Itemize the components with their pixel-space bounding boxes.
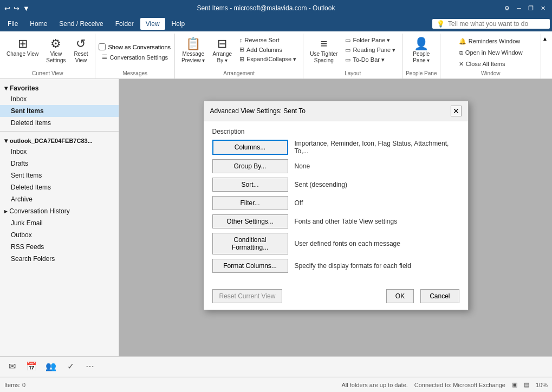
other-settings-button[interactable]: Other Settings... xyxy=(212,214,288,228)
view-toggle-list[interactable]: ▤ xyxy=(524,381,529,388)
change-view-button[interactable]: ⊞ Change View xyxy=(3,36,42,60)
group-by-value: None xyxy=(295,162,459,170)
dialog-row-sort: Sort... Sent (descending) xyxy=(212,178,459,192)
quick-access-toolbar: ↩ ↪ ▼ xyxy=(4,4,30,12)
people-pane-button[interactable]: 👤 PeoplePane ▾ xyxy=(410,36,433,66)
reading-pane-button[interactable]: ▭ Reading Pane ▾ xyxy=(342,45,399,55)
sidebar-item-outbox[interactable]: Outbox xyxy=(0,229,119,241)
quick-access-dropdown[interactable]: ▼ xyxy=(23,4,30,12)
calendar-toolbar-button[interactable]: 📅 xyxy=(24,359,39,374)
folder-pane-button[interactable]: ▭ Folder Pane ▾ xyxy=(342,36,399,45)
format-columns-button[interactable]: Format Columns... xyxy=(212,259,288,273)
reset-view-icon: ↺ xyxy=(76,38,86,50)
sidebar-item-search-folders[interactable]: Search Folders xyxy=(0,253,119,265)
conversation-settings-icon: ☰ xyxy=(102,54,107,61)
sidebar-item-junk[interactable]: Junk Email xyxy=(0,217,119,229)
layout-label: Layout xyxy=(307,69,399,79)
search-input[interactable] xyxy=(448,20,545,28)
folder-pane-icon: ▭ xyxy=(345,37,350,44)
sidebar-item-archive[interactable]: Archive xyxy=(0,193,119,205)
arrange-by-button[interactable]: ⊟ ArrangeBy ▾ xyxy=(209,36,235,66)
sidebar-item-favorites-deleted[interactable]: Deleted Items xyxy=(0,117,119,129)
sidebar-item-inbox[interactable]: Inbox xyxy=(0,146,119,158)
filter-button[interactable]: Filter... xyxy=(212,196,288,210)
sidebar-item-drafts[interactable]: Drafts xyxy=(0,158,119,169)
menu-home[interactable]: Home xyxy=(24,18,53,30)
close-button[interactable]: ✕ xyxy=(538,3,548,13)
show-conversations-checkbox[interactable]: Show as Conversations xyxy=(99,43,171,50)
conditional-formatting-value: User defined fonts on each message xyxy=(295,240,459,247)
reset-current-view-button[interactable]: Reset Current View xyxy=(212,289,283,303)
group-by-button[interactable]: Group By... xyxy=(212,159,288,173)
sidebar-item-favorites-sent[interactable]: Sent Items xyxy=(0,105,119,117)
settings-icon[interactable]: ⚙ xyxy=(502,3,512,13)
tighter-spacing-icon: ≡ xyxy=(320,38,327,50)
arrangement-label: Arrangement xyxy=(178,69,300,79)
dialog-close-button[interactable]: ✕ xyxy=(451,106,462,116)
more-toolbar-button[interactable]: ⋯ xyxy=(82,359,98,374)
dialog-row-group-by: Group By... None xyxy=(212,159,459,173)
menu-bar: File Home Send / Receive Folder View Hel… xyxy=(0,16,552,31)
view-toggle-compact[interactable]: ▣ xyxy=(512,381,517,388)
account-header[interactable]: ▾ outlook_DCA7E04FEB7C83... xyxy=(0,134,119,146)
filter-value: Off xyxy=(295,199,459,207)
reverse-sort-button[interactable]: ↕ Reverse Sort xyxy=(236,36,300,44)
menu-file[interactable]: File xyxy=(2,18,23,30)
ribbon-group-window: 🔔 Reminders Window ⧉ Open in New Window … xyxy=(440,34,541,79)
email-list-area: Advanced View Settings: Sent To ✕ Descri… xyxy=(119,79,552,356)
dialog-description-header: Description xyxy=(212,128,459,135)
menu-view[interactable]: View xyxy=(140,18,165,30)
dialog-row-other-settings: Other Settings... Fonts and other Table … xyxy=(212,214,459,228)
sidebar-item-conv-history[interactable]: ▸ Conversation History xyxy=(0,205,119,217)
redo-icon[interactable]: ↪ xyxy=(14,4,20,12)
more-icon: ⋯ xyxy=(86,361,94,371)
main-area: ▾ Favorites Inbox Sent Items Deleted Ite… xyxy=(0,79,552,356)
reminders-window-button[interactable]: 🔔 Reminders Window xyxy=(456,37,523,46)
people-toolbar-button[interactable]: 👥 xyxy=(43,359,59,374)
close-all-items-button[interactable]: ✕ Close All Items xyxy=(456,60,509,69)
todo-bar-button[interactable]: ▭ To-Do Bar ▾ xyxy=(342,55,399,64)
ok-button[interactable]: OK xyxy=(386,289,414,303)
messages-label: Messages xyxy=(99,69,171,79)
sidebar-item-deleted[interactable]: Deleted Items xyxy=(0,181,119,193)
sidebar-item-sent[interactable]: Sent Items xyxy=(0,169,119,181)
connection-status: Connected to: Microsoft Exchange xyxy=(414,382,505,388)
tighter-spacing-button[interactable]: ≡ Use TighterSpacing xyxy=(307,36,341,66)
view-settings-button[interactable]: ⚙ ViewSettings xyxy=(43,36,69,66)
tasks-toolbar-button[interactable]: ✓ xyxy=(63,359,78,374)
bottom-toolbar: ✉ 📅 👥 ✓ ⋯ xyxy=(0,356,552,376)
cancel-button[interactable]: Cancel xyxy=(420,289,459,303)
sidebar-item-favorites-inbox[interactable]: Inbox xyxy=(0,93,119,105)
view-settings-icon: ⚙ xyxy=(50,38,61,50)
calendar-icon: 📅 xyxy=(26,361,37,371)
ribbon-group-layout: ≡ Use TighterSpacing ▭ Folder Pane ▾ ▭ R… xyxy=(303,34,402,79)
tasks-icon: ✓ xyxy=(67,361,74,371)
columns-button[interactable]: Columns... xyxy=(212,140,288,155)
add-columns-button[interactable]: ⊞ Add Columns xyxy=(236,45,300,54)
title-bar: ↩ ↪ ▼ Sent Items - microsoft@malavida.co… xyxy=(0,0,552,16)
sidebar: ▾ Favorites Inbox Sent Items Deleted Ite… xyxy=(0,79,119,356)
conversation-settings-button[interactable]: ☰ Conversation Settings xyxy=(99,53,171,62)
expand-collapse-button[interactable]: ⊞ Expand/Collapse ▾ xyxy=(236,55,300,64)
sidebar-item-rss[interactable]: RSS Feeds xyxy=(0,241,119,253)
favorites-collapse-icon: ▾ xyxy=(4,84,8,92)
ribbon: ⊞ Change View ⚙ ViewSettings ↺ ResetView… xyxy=(0,31,552,79)
menu-help[interactable]: Help xyxy=(166,18,191,30)
menu-folder[interactable]: Folder xyxy=(110,18,139,30)
conditional-formatting-button[interactable]: Conditional Formatting... xyxy=(212,233,288,254)
mail-toolbar-button[interactable]: ✉ xyxy=(4,359,20,374)
favorites-header[interactable]: ▾ Favorites xyxy=(0,81,119,93)
restore-button[interactable]: ❒ xyxy=(526,3,536,13)
open-new-window-button[interactable]: ⧉ Open in New Window xyxy=(456,48,526,57)
sort-button[interactable]: Sort... xyxy=(212,178,288,192)
todo-bar-icon: ▭ xyxy=(345,56,350,63)
ribbon-collapse-icon: ▲ xyxy=(542,36,548,42)
arrange-by-icon: ⊟ xyxy=(217,38,227,50)
reading-pane-icon: ▭ xyxy=(345,47,350,54)
message-preview-button[interactable]: 📋 MessagePreview ▾ xyxy=(178,36,208,66)
reset-view-button[interactable]: ↺ ResetView xyxy=(70,36,92,66)
menu-send-receive[interactable]: Send / Receive xyxy=(54,18,108,30)
undo-icon[interactable]: ↩ xyxy=(4,4,10,12)
minimize-button[interactable]: ─ xyxy=(514,3,524,13)
ribbon-collapse-button[interactable]: ▲ xyxy=(541,34,552,79)
